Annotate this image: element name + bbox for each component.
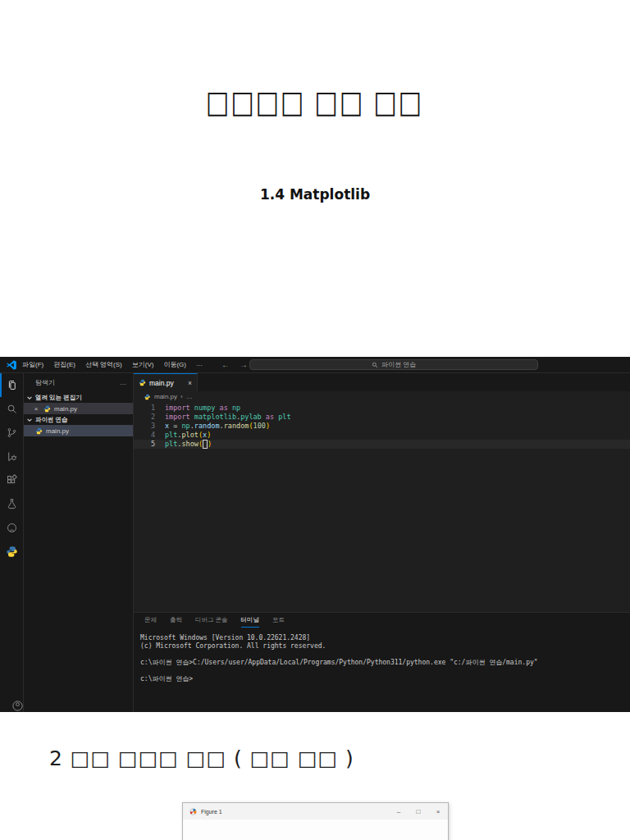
- code-line-5: 5 plt.show(): [134, 440, 630, 449]
- code-line-3: 3 x = np.random.random(100): [134, 422, 630, 431]
- panel-tab-output[interactable]: 출력: [170, 613, 182, 628]
- open-editor-filename: main.py: [54, 405, 77, 413]
- vscode-window: 파일(F) 편집(E) 선택 영역(S) 보기(V) 이동(G) … ← → 파…: [0, 357, 630, 712]
- bottom-panel: 문제 출력 디버그 콘솔 터미널 포트 Microsoft Windows [V…: [134, 612, 630, 712]
- code-token: as: [262, 413, 278, 422]
- explorer-more-icon[interactable]: …: [120, 379, 126, 386]
- python-file-icon: [144, 394, 151, 400]
- close-icon[interactable]: ×: [32, 405, 40, 413]
- menu-more[interactable]: …: [196, 360, 203, 369]
- activity-bar: [0, 373, 24, 712]
- code-token: np: [232, 404, 240, 413]
- section-heading: 2 □□ □□□ □□ ( □□ □□ ): [49, 746, 354, 770]
- document-page: □□□□ □□ □□ 1.4 Matplotlib 2 □□ □□□ □□ ( …: [0, 0, 630, 840]
- command-search-box[interactable]: 파이썬 연습: [249, 359, 538, 370]
- explorer-title: 탐색기: [35, 378, 55, 387]
- code-token: random: [194, 422, 220, 431]
- terminal-line: (c) Microsoft Corporation. All rights re…: [140, 642, 630, 651]
- code-editor[interactable]: 1 import numpy as np 2 import matplotlib…: [134, 402, 630, 612]
- back-arrow-icon[interactable]: ←: [221, 360, 230, 369]
- github-icon[interactable]: [0, 516, 24, 540]
- menu-edit[interactable]: 편집(E): [53, 360, 75, 369]
- breadcrumb-file: main.py: [154, 393, 177, 400]
- code-token: show: [181, 440, 198, 449]
- panel-tab-ports[interactable]: 포트: [272, 613, 285, 628]
- code-line-1: 1 import numpy as np: [134, 404, 630, 413]
- file-item-mainpy[interactable]: main.py: [24, 425, 133, 436]
- line-number: 4: [134, 431, 155, 440]
- terminal-line: c:\파이썬 연습>: [140, 675, 630, 683]
- figure-titlebar: Figure 1 – □ ×: [183, 803, 448, 819]
- terminal-line: [140, 651, 630, 659]
- open-editors-section[interactable]: 열려 있는 편집기: [24, 392, 133, 403]
- maximize-icon[interactable]: □: [409, 808, 428, 815]
- extensions-icon[interactable]: [0, 468, 24, 492]
- figure-window-controls: – □ ×: [389, 808, 448, 815]
- minimize-icon[interactable]: –: [389, 808, 409, 815]
- code-token: ): [208, 440, 212, 449]
- menu-view[interactable]: 보기(V): [132, 360, 154, 369]
- account-icon[interactable]: [6, 694, 30, 718]
- testing-icon[interactable]: [0, 492, 24, 516]
- chevron-down-icon: [26, 395, 33, 401]
- run-debug-icon[interactable]: [0, 445, 24, 468]
- line-number: 1: [134, 404, 155, 413]
- tab-label: main.py: [149, 379, 174, 387]
- figure-title: Figure 1: [201, 809, 222, 815]
- open-editor-item-mainpy[interactable]: × main.py: [24, 403, 133, 414]
- terminal-line: Microsoft Windows [Version 10.0.22621.24…: [140, 634, 630, 642]
- search-sidebar-icon[interactable]: [0, 397, 24, 421]
- explorer-icon[interactable]: [0, 373, 24, 397]
- breadcrumb-separator: ›: [180, 393, 183, 400]
- open-editors-label: 열려 있는 편집기: [35, 394, 82, 402]
- editor-group: main.py × main.py › … 1 imp: [134, 373, 630, 712]
- code-token: import: [165, 404, 194, 413]
- code-token: 100: [253, 422, 266, 431]
- chevron-down-icon: [26, 417, 33, 423]
- workspace-folder-label: 파이썬 연습: [35, 416, 68, 424]
- tab-close-icon[interactable]: ×: [188, 379, 192, 387]
- python-file-icon: [35, 427, 43, 435]
- menu-file[interactable]: 파일(F): [22, 360, 43, 369]
- menu-go[interactable]: 이동(G): [163, 360, 186, 369]
- terminal-output[interactable]: Microsoft Windows [Version 10.0.22621.24…: [134, 628, 630, 712]
- line-number: 3: [134, 422, 155, 431]
- terminal-line: [140, 667, 630, 675]
- code-line-4: 4 plt.plot(x): [134, 431, 630, 440]
- terminal-line: c:\파이썬 연습>C:/Users/user/AppData/Local/Pr…: [140, 659, 630, 667]
- line-number: 2: [134, 413, 155, 422]
- search-value: 파이썬 연습: [381, 360, 416, 369]
- source-control-icon[interactable]: [0, 421, 24, 445]
- history-nav: ← →: [221, 360, 248, 369]
- code-token: random: [224, 422, 249, 431]
- python-extension-icon[interactable]: [0, 540, 24, 564]
- workspace-folder-section[interactable]: 파이썬 연습: [24, 414, 133, 425]
- code-line-2: 2 import matplotlib.pylab as plt: [134, 413, 630, 422]
- panel-tab-debug-console[interactable]: 디버그 콘솔: [195, 613, 228, 628]
- panel-tab-problems[interactable]: 문제: [144, 613, 157, 628]
- code-token: plot: [181, 431, 198, 440]
- close-icon[interactable]: ×: [428, 808, 448, 815]
- figure-window: Figure 1 – □ ×: [182, 802, 449, 840]
- tab-mainpy[interactable]: main.py ×: [134, 373, 198, 391]
- python-file-icon: [43, 405, 51, 413]
- code-token: =: [169, 422, 181, 431]
- code-token: np: [181, 422, 189, 431]
- code-token: plt: [278, 413, 290, 422]
- panel-tab-bar: 문제 출력 디버그 콘솔 터미널 포트: [134, 613, 630, 628]
- explorer-header: 탐색기 …: [24, 373, 133, 392]
- code-token: pylab: [240, 413, 262, 422]
- code-token: matplotlib: [194, 413, 236, 422]
- menu-bar: 파일(F) 편집(E) 선택 영역(S) 보기(V) 이동(G) …: [22, 360, 203, 369]
- python-file-icon: [139, 379, 146, 386]
- vscode-titlebar: 파일(F) 편집(E) 선택 영역(S) 보기(V) 이동(G) … ← → 파…: [0, 357, 630, 373]
- forward-arrow-icon[interactable]: →: [240, 360, 248, 369]
- breadcrumb[interactable]: main.py › …: [134, 391, 630, 402]
- line-number: 5: [134, 440, 155, 449]
- code-token: plt: [165, 440, 177, 449]
- file-item-label: main.py: [46, 427, 69, 435]
- panel-tab-terminal[interactable]: 터미널: [241, 613, 260, 628]
- menu-selection[interactable]: 선택 영역(S): [85, 360, 122, 369]
- code-token: as: [215, 404, 231, 413]
- code-token: plt: [165, 431, 177, 440]
